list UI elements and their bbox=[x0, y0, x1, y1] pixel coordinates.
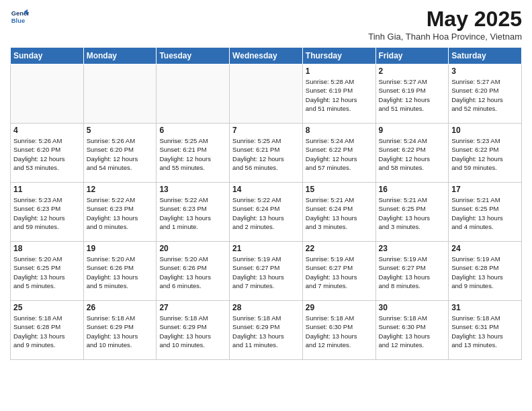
day-number: 31 bbox=[451, 303, 519, 312]
calendar-cell: 26Sunrise: 5:18 AM Sunset: 6:29 PM Dayli… bbox=[83, 301, 157, 360]
calendar-week-1: 1Sunrise: 5:28 AM Sunset: 6:19 PM Daylig… bbox=[11, 64, 522, 124]
cell-info: Sunrise: 5:20 AM Sunset: 6:26 PM Dayligh… bbox=[87, 255, 154, 290]
day-number: 3 bbox=[451, 66, 519, 76]
calendar-cell: 29Sunrise: 5:18 AM Sunset: 6:30 PM Dayli… bbox=[302, 301, 375, 360]
day-header-thursday: Thursday bbox=[302, 48, 375, 64]
calendar-week-5: 25Sunrise: 5:18 AM Sunset: 6:28 PM Dayli… bbox=[11, 301, 522, 360]
calendar-cell: 7Sunrise: 5:25 AM Sunset: 6:21 PM Daylig… bbox=[230, 124, 303, 183]
location-subtitle: Tinh Gia, Thanh Hoa Province, Vietnam bbox=[368, 32, 522, 42]
header: General Blue May 2025 Tinh Gia, Thanh Ho… bbox=[10, 7, 522, 42]
cell-info: Sunrise: 5:26 AM Sunset: 6:20 PM Dayligh… bbox=[87, 136, 154, 172]
day-header-tuesday: Tuesday bbox=[157, 48, 230, 64]
calendar-cell: 17Sunrise: 5:21 AM Sunset: 6:25 PM Dayli… bbox=[449, 183, 522, 242]
day-number: 21 bbox=[232, 244, 300, 253]
cell-info: Sunrise: 5:26 AM Sunset: 6:20 PM Dayligh… bbox=[13, 136, 81, 172]
cell-info: Sunrise: 5:18 AM Sunset: 6:29 PM Dayligh… bbox=[87, 314, 154, 349]
day-number: 27 bbox=[159, 303, 226, 312]
calendar-cell bbox=[230, 64, 303, 124]
cell-info: Sunrise: 5:19 AM Sunset: 6:28 PM Dayligh… bbox=[451, 255, 519, 290]
calendar-cell: 16Sunrise: 5:21 AM Sunset: 6:25 PM Dayli… bbox=[375, 183, 449, 242]
day-number: 1 bbox=[306, 66, 373, 76]
day-header-saturday: Saturday bbox=[449, 48, 522, 64]
calendar-cell: 3Sunrise: 5:27 AM Sunset: 6:20 PM Daylig… bbox=[449, 64, 522, 124]
cell-info: Sunrise: 5:19 AM Sunset: 6:27 PM Dayligh… bbox=[232, 255, 300, 290]
calendar-week-2: 4Sunrise: 5:26 AM Sunset: 6:20 PM Daylig… bbox=[11, 124, 522, 183]
day-number: 24 bbox=[451, 244, 519, 253]
calendar-cell: 28Sunrise: 5:18 AM Sunset: 6:29 PM Dayli… bbox=[230, 301, 303, 360]
calendar-week-3: 11Sunrise: 5:23 AM Sunset: 6:23 PM Dayli… bbox=[11, 183, 522, 242]
day-number: 18 bbox=[13, 244, 81, 253]
calendar-cell bbox=[83, 64, 157, 124]
calendar-header-row: SundayMondayTuesdayWednesdayThursdayFrid… bbox=[11, 48, 522, 64]
logo-icon: General Blue bbox=[10, 7, 29, 26]
calendar-cell: 6Sunrise: 5:25 AM Sunset: 6:21 PM Daylig… bbox=[157, 124, 230, 183]
calendar-cell: 21Sunrise: 5:19 AM Sunset: 6:27 PM Dayli… bbox=[230, 242, 303, 301]
cell-info: Sunrise: 5:28 AM Sunset: 6:19 PM Dayligh… bbox=[306, 77, 373, 113]
cell-info: Sunrise: 5:25 AM Sunset: 6:21 PM Dayligh… bbox=[159, 136, 226, 172]
day-number: 10 bbox=[451, 126, 519, 135]
day-number: 25 bbox=[13, 303, 81, 312]
cell-info: Sunrise: 5:23 AM Sunset: 6:23 PM Dayligh… bbox=[13, 195, 81, 231]
day-header-sunday: Sunday bbox=[11, 48, 84, 64]
calendar-cell: 20Sunrise: 5:20 AM Sunset: 6:26 PM Dayli… bbox=[157, 242, 230, 301]
day-number: 22 bbox=[306, 244, 373, 253]
day-number: 20 bbox=[159, 244, 226, 253]
calendar-cell: 2Sunrise: 5:27 AM Sunset: 6:19 PM Daylig… bbox=[375, 64, 449, 124]
calendar-cell: 14Sunrise: 5:22 AM Sunset: 6:24 PM Dayli… bbox=[230, 183, 303, 242]
day-number: 17 bbox=[451, 185, 519, 194]
day-number: 23 bbox=[379, 244, 446, 253]
cell-info: Sunrise: 5:20 AM Sunset: 6:25 PM Dayligh… bbox=[13, 255, 81, 290]
calendar-cell: 23Sunrise: 5:19 AM Sunset: 6:27 PM Dayli… bbox=[375, 242, 449, 301]
cell-info: Sunrise: 5:18 AM Sunset: 6:30 PM Dayligh… bbox=[306, 314, 373, 349]
calendar-cell: 4Sunrise: 5:26 AM Sunset: 6:20 PM Daylig… bbox=[11, 124, 84, 183]
calendar-cell: 9Sunrise: 5:24 AM Sunset: 6:22 PM Daylig… bbox=[375, 124, 449, 183]
day-number: 6 bbox=[159, 126, 226, 135]
calendar-cell: 31Sunrise: 5:18 AM Sunset: 6:31 PM Dayli… bbox=[449, 301, 522, 360]
cell-info: Sunrise: 5:27 AM Sunset: 6:19 PM Dayligh… bbox=[379, 77, 446, 113]
cell-info: Sunrise: 5:19 AM Sunset: 6:27 PM Dayligh… bbox=[306, 255, 373, 290]
day-number: 28 bbox=[232, 303, 300, 312]
calendar-cell: 22Sunrise: 5:19 AM Sunset: 6:27 PM Dayli… bbox=[302, 242, 375, 301]
calendar-cell: 1Sunrise: 5:28 AM Sunset: 6:19 PM Daylig… bbox=[302, 64, 375, 124]
calendar-cell: 27Sunrise: 5:18 AM Sunset: 6:29 PM Dayli… bbox=[157, 301, 230, 360]
cell-info: Sunrise: 5:18 AM Sunset: 6:28 PM Dayligh… bbox=[13, 314, 81, 349]
day-number: 5 bbox=[87, 126, 154, 135]
day-number: 11 bbox=[13, 185, 81, 194]
calendar-cell: 25Sunrise: 5:18 AM Sunset: 6:28 PM Dayli… bbox=[11, 301, 84, 360]
calendar-cell: 11Sunrise: 5:23 AM Sunset: 6:23 PM Dayli… bbox=[11, 183, 84, 242]
svg-text:Blue: Blue bbox=[11, 17, 25, 24]
day-number: 30 bbox=[379, 303, 446, 312]
cell-info: Sunrise: 5:18 AM Sunset: 6:31 PM Dayligh… bbox=[451, 314, 519, 349]
cell-info: Sunrise: 5:24 AM Sunset: 6:22 PM Dayligh… bbox=[379, 136, 446, 172]
day-number: 26 bbox=[87, 303, 154, 312]
day-number: 9 bbox=[379, 126, 446, 135]
calendar-cell: 12Sunrise: 5:22 AM Sunset: 6:23 PM Dayli… bbox=[83, 183, 157, 242]
day-header-monday: Monday bbox=[83, 48, 157, 64]
calendar-cell: 18Sunrise: 5:20 AM Sunset: 6:25 PM Dayli… bbox=[11, 242, 84, 301]
cell-info: Sunrise: 5:18 AM Sunset: 6:29 PM Dayligh… bbox=[159, 314, 226, 349]
cell-info: Sunrise: 5:25 AM Sunset: 6:21 PM Dayligh… bbox=[232, 136, 300, 172]
calendar-cell: 15Sunrise: 5:21 AM Sunset: 6:24 PM Dayli… bbox=[302, 183, 375, 242]
day-number: 2 bbox=[379, 66, 446, 76]
calendar-cell bbox=[11, 64, 84, 124]
calendar-cell bbox=[157, 64, 230, 124]
cell-info: Sunrise: 5:20 AM Sunset: 6:26 PM Dayligh… bbox=[159, 255, 226, 290]
day-header-wednesday: Wednesday bbox=[230, 48, 303, 64]
calendar-cell: 30Sunrise: 5:18 AM Sunset: 6:30 PM Dayli… bbox=[375, 301, 449, 360]
day-number: 16 bbox=[379, 185, 446, 194]
calendar-cell: 5Sunrise: 5:26 AM Sunset: 6:20 PM Daylig… bbox=[83, 124, 157, 183]
day-number: 7 bbox=[232, 126, 300, 135]
day-number: 15 bbox=[306, 185, 373, 194]
cell-info: Sunrise: 5:21 AM Sunset: 6:25 PM Dayligh… bbox=[451, 195, 519, 231]
page-container: General Blue May 2025 Tinh Gia, Thanh Ho… bbox=[0, 0, 532, 367]
cell-info: Sunrise: 5:19 AM Sunset: 6:27 PM Dayligh… bbox=[379, 255, 446, 290]
calendar-cell: 13Sunrise: 5:22 AM Sunset: 6:23 PM Dayli… bbox=[157, 183, 230, 242]
cell-info: Sunrise: 5:22 AM Sunset: 6:23 PM Dayligh… bbox=[159, 195, 226, 231]
day-number: 19 bbox=[87, 244, 154, 253]
cell-info: Sunrise: 5:23 AM Sunset: 6:22 PM Dayligh… bbox=[451, 136, 519, 172]
day-number: 12 bbox=[87, 185, 154, 194]
cell-info: Sunrise: 5:18 AM Sunset: 6:29 PM Dayligh… bbox=[232, 314, 300, 349]
logo: General Blue bbox=[10, 7, 29, 26]
cell-info: Sunrise: 5:22 AM Sunset: 6:23 PM Dayligh… bbox=[87, 195, 154, 231]
calendar-cell: 19Sunrise: 5:20 AM Sunset: 6:26 PM Dayli… bbox=[83, 242, 157, 301]
